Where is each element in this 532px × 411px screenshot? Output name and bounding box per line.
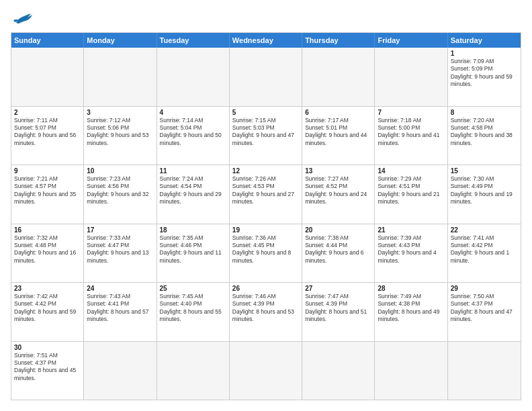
day-info: Sunrise: 7:26 AM Sunset: 4:53 PM Dayligh… — [232, 175, 299, 206]
cal-cell — [448, 342, 521, 400]
day-number: 3 — [87, 109, 153, 116]
cal-cell: 11Sunrise: 7:24 AM Sunset: 4:54 PM Dayli… — [157, 165, 230, 224]
day-number: 29 — [451, 285, 518, 292]
day-info: Sunrise: 7:24 AM Sunset: 4:54 PM Dayligh… — [160, 175, 226, 206]
cal-cell: 23Sunrise: 7:42 AM Sunset: 4:42 PM Dayli… — [11, 283, 84, 341]
day-info: Sunrise: 7:42 AM Sunset: 4:42 PM Dayligh… — [14, 293, 81, 324]
calendar-body: 1Sunrise: 7:09 AM Sunset: 5:09 PM Daylig… — [11, 48, 521, 400]
cal-cell — [375, 342, 447, 400]
cal-cell: 22Sunrise: 7:41 AM Sunset: 4:42 PM Dayli… — [448, 224, 521, 283]
cal-header-cell: Saturday — [448, 33, 521, 48]
cal-cell: 28Sunrise: 7:49 AM Sunset: 4:38 PM Dayli… — [375, 283, 447, 341]
cal-cell — [84, 48, 157, 106]
cal-header-cell: Wednesday — [230, 33, 302, 48]
cal-cell — [302, 48, 375, 106]
cal-cell: 15Sunrise: 7:30 AM Sunset: 4:49 PM Dayli… — [448, 165, 521, 224]
day-info: Sunrise: 7:36 AM Sunset: 4:45 PM Dayligh… — [232, 234, 299, 265]
cal-cell: 4Sunrise: 7:14 AM Sunset: 5:04 PM Daylig… — [157, 107, 230, 165]
cal-cell: 5Sunrise: 7:15 AM Sunset: 5:03 PM Daylig… — [230, 107, 302, 165]
day-number: 6 — [305, 109, 371, 116]
day-number: 11 — [160, 167, 226, 175]
cal-cell: 1Sunrise: 7:09 AM Sunset: 5:09 PM Daylig… — [448, 48, 521, 106]
day-info: Sunrise: 7:27 AM Sunset: 4:52 PM Dayligh… — [305, 175, 371, 206]
calendar: SundayMondayTuesdayWednesdayThursdayFrid… — [11, 32, 521, 400]
day-info: Sunrise: 7:46 AM Sunset: 4:39 PM Dayligh… — [232, 293, 299, 324]
day-number: 1 — [451, 50, 518, 57]
day-info: Sunrise: 7:12 AM Sunset: 5:06 PM Dayligh… — [87, 117, 153, 148]
cal-cell: 19Sunrise: 7:36 AM Sunset: 4:45 PM Dayli… — [230, 224, 302, 283]
day-info: Sunrise: 7:50 AM Sunset: 4:37 PM Dayligh… — [451, 293, 518, 324]
day-number: 15 — [451, 167, 518, 175]
day-info: Sunrise: 7:09 AM Sunset: 5:09 PM Dayligh… — [451, 58, 518, 89]
cal-cell: 26Sunrise: 7:46 AM Sunset: 4:39 PM Dayli… — [230, 283, 302, 341]
cal-row: 2Sunrise: 7:11 AM Sunset: 5:07 PM Daylig… — [11, 106, 521, 165]
day-info: Sunrise: 7:33 AM Sunset: 4:47 PM Dayligh… — [87, 234, 153, 265]
cal-cell: 14Sunrise: 7:29 AM Sunset: 4:51 PM Dayli… — [375, 165, 447, 224]
cal-cell — [157, 48, 230, 106]
cal-cell: 25Sunrise: 7:45 AM Sunset: 4:40 PM Dayli… — [157, 283, 230, 341]
day-info: Sunrise: 7:20 AM Sunset: 4:58 PM Dayligh… — [451, 117, 518, 148]
day-number: 30 — [14, 344, 81, 351]
cal-cell — [230, 342, 302, 400]
day-info: Sunrise: 7:30 AM Sunset: 4:49 PM Dayligh… — [451, 175, 518, 206]
day-info: Sunrise: 7:14 AM Sunset: 5:04 PM Dayligh… — [160, 117, 226, 148]
cal-cell: 10Sunrise: 7:23 AM Sunset: 4:56 PM Dayli… — [84, 165, 157, 224]
day-number: 7 — [378, 109, 444, 116]
header — [11, 11, 521, 26]
cal-header-cell: Sunday — [11, 33, 84, 48]
cal-header-cell: Friday — [375, 33, 447, 48]
day-number: 12 — [232, 167, 299, 175]
day-number: 27 — [305, 285, 371, 292]
day-number: 25 — [160, 285, 226, 292]
cal-cell: 30Sunrise: 7:51 AM Sunset: 4:37 PM Dayli… — [11, 342, 84, 400]
cal-cell: 6Sunrise: 7:17 AM Sunset: 5:01 PM Daylig… — [302, 107, 375, 165]
cal-cell: 24Sunrise: 7:43 AM Sunset: 4:41 PM Dayli… — [84, 283, 157, 341]
day-number: 13 — [305, 167, 371, 175]
day-info: Sunrise: 7:35 AM Sunset: 4:46 PM Dayligh… — [160, 234, 226, 265]
cal-cell: 7Sunrise: 7:18 AM Sunset: 5:00 PM Daylig… — [375, 107, 447, 165]
cal-header-cell: Thursday — [302, 33, 375, 48]
cal-cell: 12Sunrise: 7:26 AM Sunset: 4:53 PM Dayli… — [230, 165, 302, 224]
day-info: Sunrise: 7:11 AM Sunset: 5:07 PM Dayligh… — [14, 117, 81, 148]
cal-row: 16Sunrise: 7:32 AM Sunset: 4:48 PM Dayli… — [11, 224, 521, 283]
day-number: 26 — [232, 285, 299, 292]
day-info: Sunrise: 7:45 AM Sunset: 4:40 PM Dayligh… — [160, 293, 226, 324]
day-info: Sunrise: 7:17 AM Sunset: 5:01 PM Dayligh… — [305, 117, 371, 148]
day-number: 14 — [378, 167, 444, 175]
calendar-header: SundayMondayTuesdayWednesdayThursdayFrid… — [11, 33, 521, 48]
day-number: 28 — [378, 285, 444, 292]
logo-text — [11, 11, 32, 26]
cal-cell — [302, 342, 375, 400]
day-info: Sunrise: 7:15 AM Sunset: 5:03 PM Dayligh… — [232, 117, 299, 148]
cal-cell: 16Sunrise: 7:32 AM Sunset: 4:48 PM Dayli… — [11, 224, 84, 283]
day-info: Sunrise: 7:43 AM Sunset: 4:41 PM Dayligh… — [87, 293, 153, 324]
cal-cell: 21Sunrise: 7:39 AM Sunset: 4:43 PM Dayli… — [375, 224, 447, 283]
cal-cell — [157, 342, 230, 400]
day-info: Sunrise: 7:41 AM Sunset: 4:42 PM Dayligh… — [451, 234, 518, 265]
day-number: 22 — [451, 226, 518, 234]
cal-cell — [84, 342, 157, 400]
cal-row: 30Sunrise: 7:51 AM Sunset: 4:37 PM Dayli… — [11, 341, 521, 400]
cal-cell — [375, 48, 447, 106]
day-number: 23 — [14, 285, 81, 292]
cal-cell: 13Sunrise: 7:27 AM Sunset: 4:52 PM Dayli… — [302, 165, 375, 224]
cal-cell: 20Sunrise: 7:38 AM Sunset: 4:44 PM Dayli… — [302, 224, 375, 283]
day-number: 17 — [87, 226, 153, 234]
cal-cell: 9Sunrise: 7:21 AM Sunset: 4:57 PM Daylig… — [11, 165, 84, 224]
logo — [11, 11, 32, 26]
cal-header-cell: Tuesday — [157, 33, 230, 48]
day-info: Sunrise: 7:23 AM Sunset: 4:56 PM Dayligh… — [87, 175, 153, 206]
day-number: 21 — [378, 226, 444, 234]
day-info: Sunrise: 7:49 AM Sunset: 4:38 PM Dayligh… — [378, 293, 444, 324]
day-info: Sunrise: 7:51 AM Sunset: 4:37 PM Dayligh… — [14, 352, 81, 383]
logo-bird-icon — [13, 11, 32, 26]
day-number: 16 — [14, 226, 81, 234]
day-info: Sunrise: 7:21 AM Sunset: 4:57 PM Dayligh… — [14, 175, 81, 206]
day-info: Sunrise: 7:39 AM Sunset: 4:43 PM Dayligh… — [378, 234, 444, 265]
day-info: Sunrise: 7:18 AM Sunset: 5:00 PM Dayligh… — [378, 117, 444, 148]
day-number: 10 — [87, 167, 153, 175]
cal-row: 23Sunrise: 7:42 AM Sunset: 4:42 PM Dayli… — [11, 282, 521, 341]
day-number: 5 — [232, 109, 299, 116]
day-info: Sunrise: 7:32 AM Sunset: 4:48 PM Dayligh… — [14, 234, 81, 265]
cal-cell — [230, 48, 302, 106]
